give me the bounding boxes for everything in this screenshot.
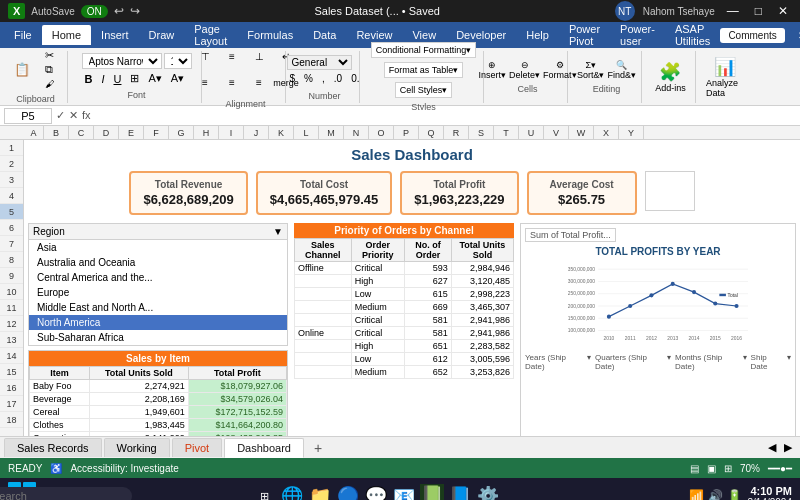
tab-insert[interactable]: Insert <box>91 25 139 45</box>
format-as-table-btn[interactable]: Format as Table▾ <box>384 62 463 78</box>
redo-btn[interactable]: ↪ <box>130 4 140 18</box>
months-filter[interactable]: Months (Ship Date) <box>675 353 739 371</box>
conditional-formatting-btn[interactable]: Conditional Formatting▾ <box>371 42 477 58</box>
priority-table-row: Medium 652 3,253,826 <box>295 366 514 379</box>
region-sub-saharan[interactable]: Sub-Saharan Africa <box>29 330 287 345</box>
zoom-slider[interactable]: ━━●━ <box>768 463 792 474</box>
paste-btn[interactable]: 📋 <box>10 58 34 82</box>
settings-btn[interactable]: ⚙️ <box>476 484 500 500</box>
tab-asap[interactable]: ASAP Utilities <box>665 19 720 51</box>
align-center-btn[interactable]: ≡ <box>220 71 244 95</box>
cell-reference-input[interactable] <box>4 108 52 124</box>
edge-btn[interactable]: 🌐 <box>280 484 304 500</box>
priority-table-row: High 651 2,283,582 <box>295 340 514 353</box>
tab-power-pivot[interactable]: Power Pivot <box>559 19 610 51</box>
dec-increase-btn[interactable]: .0 <box>331 72 345 85</box>
undo-btn[interactable]: ↩ <box>114 4 124 18</box>
dec-decrease-btn[interactable]: 0. <box>348 72 362 85</box>
copy-btn[interactable]: ⧉ <box>37 64 61 76</box>
region-middle-east[interactable]: Middle East and North A... <box>29 300 287 315</box>
scroll-tabs-left[interactable]: ◀ <box>764 441 780 454</box>
cell-styles-btn[interactable]: Cell Styles▾ <box>395 82 453 98</box>
ship-date-filter[interactable]: Ship Date <box>751 353 783 371</box>
close-btn[interactable]: ✕ <box>774 4 792 18</box>
search-taskbar-btn[interactable] <box>40 484 64 500</box>
insert-cells-btn[interactable]: ⊕Insert▾ <box>478 60 506 80</box>
tab-dashboard[interactable]: Dashboard <box>224 438 304 458</box>
formula-input[interactable] <box>95 110 796 122</box>
clock-display[interactable]: 4:10 PM 3/14/2024 <box>748 485 793 501</box>
tab-file[interactable]: File <box>4 25 42 45</box>
sum-btn[interactable]: Σ▾Sort&▾ <box>577 60 605 80</box>
tab-home[interactable]: Home <box>42 25 91 45</box>
sum-label: Sum of Total Profit... <box>525 228 616 242</box>
kpi-revenue-label: Total Revenue <box>143 179 233 190</box>
svg-text:Total: Total <box>728 293 738 298</box>
fill-color-btn[interactable]: A▾ <box>145 71 164 86</box>
add-sheet-btn[interactable]: + <box>306 437 330 459</box>
tab-data[interactable]: Data <box>303 25 346 45</box>
analyze-data-btn[interactable]: 📊Analyze Data <box>706 56 744 98</box>
font-color-btn[interactable]: A▾ <box>168 71 187 86</box>
quarters-filter[interactable]: Quarters (Ship Date) <box>595 353 663 371</box>
sales-table-row: Clothes 1,983,445 $141,664,200.80 <box>30 419 287 432</box>
align-middle-btn[interactable]: ≡ <box>220 45 244 69</box>
view-normal-btn[interactable]: ▤ <box>690 463 699 474</box>
system-tray: 📶 🔊 🔋 <box>689 489 742 500</box>
share-btn[interactable]: Share <box>791 28 800 43</box>
addins-btn[interactable]: 🧩Add-ins <box>655 61 686 93</box>
tab-power-user[interactable]: Power-user <box>610 19 665 51</box>
format-painter-btn[interactable]: 🖌 <box>37 78 61 90</box>
align-bottom-btn[interactable]: ⊥ <box>247 45 271 69</box>
view-page-break-btn[interactable]: ⊞ <box>724 463 732 474</box>
outlook-btn[interactable]: 📧 <box>392 484 416 500</box>
view-layout-btn[interactable]: ▣ <box>707 463 716 474</box>
italic-btn[interactable]: I <box>98 72 107 86</box>
region-central-america[interactable]: Central America and the... <box>29 270 287 285</box>
cross-icon: ✕ <box>69 109 78 122</box>
tab-draw[interactable]: Draw <box>139 25 185 45</box>
tab-formulas[interactable]: Formulas <box>237 25 303 45</box>
order-count: 581 <box>405 327 452 340</box>
align-left-btn[interactable]: ≡ <box>193 71 217 95</box>
number-format-select[interactable]: General <box>287 55 352 70</box>
font-family-select[interactable]: Aptos Narrow <box>82 53 162 69</box>
row-18: 18 <box>0 412 23 428</box>
underline-btn[interactable]: U <box>111 72 125 86</box>
region-north-america[interactable]: North America <box>29 315 287 330</box>
minimize-btn[interactable]: — <box>723 4 743 18</box>
tab-working[interactable]: Working <box>104 438 170 457</box>
scroll-tabs-right[interactable]: ▶ <box>780 441 796 454</box>
years-filter[interactable]: Years (Ship Date) <box>525 353 583 371</box>
tab-help[interactable]: Help <box>516 25 559 45</box>
region-australia[interactable]: Australia and Oceania <box>29 255 287 270</box>
comments-btn[interactable]: Comments <box>720 28 784 43</box>
bold-btn[interactable]: B <box>82 72 96 86</box>
tab-sales-records[interactable]: Sales Records <box>4 438 102 457</box>
tab-pivot[interactable]: Pivot <box>172 438 222 457</box>
region-filter: Region ▼ Asia Australia and Oceania Cent… <box>28 223 288 346</box>
cut-btn[interactable]: ✂ <box>37 50 61 62</box>
font-size-select[interactable]: 11 <box>164 53 192 69</box>
kpi-cost-value: $4,665,465,979.45 <box>270 192 378 207</box>
border-btn[interactable]: ⊞ <box>127 71 142 86</box>
currency-btn[interactable]: $ <box>287 72 299 85</box>
region-asia[interactable]: Asia <box>29 240 287 255</box>
region-europe[interactable]: Europe <box>29 285 287 300</box>
teams-btn[interactable]: 💬 <box>364 484 388 500</box>
chrome-btn[interactable]: 🔵 <box>336 484 360 500</box>
align-top-btn[interactable]: ⊤ <box>193 45 217 69</box>
dashboard: Sales Dashboard Total Revenue $6,628,689… <box>24 140 800 436</box>
task-view-btn[interactable]: ⊞ <box>252 484 276 500</box>
maximize-btn[interactable]: □ <box>751 4 766 18</box>
file-explorer-btn[interactable]: 📁 <box>308 484 332 500</box>
delete-cells-btn[interactable]: ⊖Delete▾ <box>509 60 540 80</box>
find-btn[interactable]: 🔍Find&▾ <box>608 60 637 80</box>
comma-btn[interactable]: , <box>319 72 328 85</box>
align-right-btn[interactable]: ≡ <box>247 71 271 95</box>
percent-btn[interactable]: % <box>301 72 316 85</box>
region-filter-icon[interactable]: ▼ <box>273 226 283 237</box>
excel-taskbar-btn[interactable]: 📗 <box>420 484 444 500</box>
word-btn[interactable]: 📘 <box>448 484 472 500</box>
autosave-toggle[interactable]: ON <box>81 5 108 18</box>
